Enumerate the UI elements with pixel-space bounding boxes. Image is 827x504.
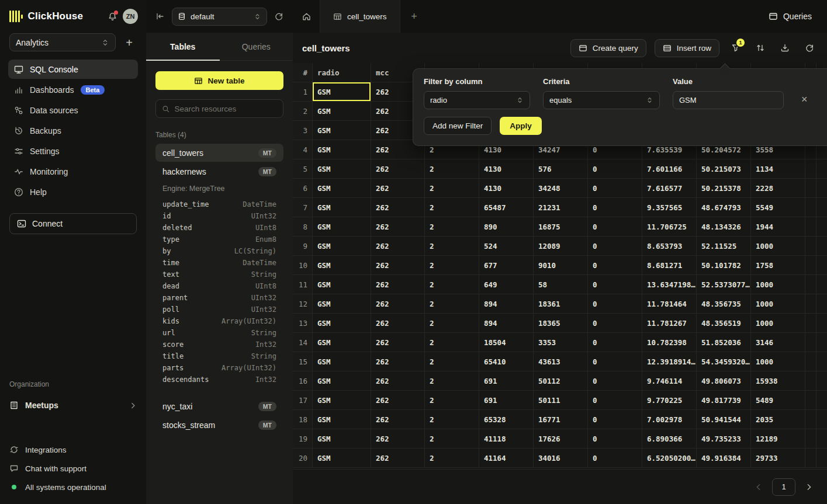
cell[interactable]: 49.735233 bbox=[697, 429, 751, 448]
cell[interactable]: 0 bbox=[588, 449, 642, 467]
cell[interactable]: GSM bbox=[313, 352, 371, 371]
tab-tables[interactable]: Tables bbox=[146, 33, 220, 60]
filter-value-input[interactable] bbox=[673, 91, 784, 109]
cell[interactable]: 50.101782 bbox=[697, 256, 751, 274]
cell[interactable]: 524 bbox=[479, 237, 534, 255]
cell[interactable]: 262 bbox=[371, 198, 425, 217]
cell[interactable]: 0 bbox=[588, 198, 642, 217]
cell[interactable]: 15938 bbox=[751, 371, 805, 390]
cell[interactable]: 0 bbox=[588, 352, 642, 371]
cell[interactable]: 48.674793 bbox=[697, 198, 751, 217]
cell[interactable]: 4130 bbox=[479, 159, 534, 178]
cell[interactable]: 50.215073 bbox=[697, 159, 751, 178]
cell[interactable]: 262 bbox=[371, 333, 425, 352]
cell[interactable]: GSM bbox=[313, 237, 371, 255]
cell[interactable]: 12189 bbox=[751, 429, 805, 448]
cell[interactable]: 41118 bbox=[479, 429, 534, 448]
cell[interactable]: 2035 bbox=[751, 410, 805, 429]
sidebar-item-sql-console[interactable]: SQL Console bbox=[8, 60, 138, 79]
add-workspace-button[interactable]: + bbox=[122, 35, 137, 50]
cell[interactable]: 0 bbox=[588, 179, 642, 197]
notifications-bell-icon[interactable] bbox=[108, 12, 117, 22]
cell[interactable]: GSM bbox=[313, 140, 371, 159]
cell[interactable]: 1000 bbox=[751, 294, 805, 313]
cell[interactable]: 1134 bbox=[751, 159, 805, 178]
cell[interactable]: 691 bbox=[479, 391, 534, 409]
cell[interactable]: GSM bbox=[313, 275, 371, 294]
cell[interactable]: 3353 bbox=[534, 333, 588, 352]
cell[interactable]: 262 bbox=[371, 179, 425, 197]
cell[interactable]: 262 bbox=[371, 294, 425, 313]
cell[interactable]: 576 bbox=[534, 159, 588, 178]
cell[interactable]: 0 bbox=[588, 391, 642, 409]
tab-queries[interactable]: Queries bbox=[220, 33, 293, 60]
cell[interactable]: 2 bbox=[425, 449, 479, 467]
filter-criteria-select[interactable]: equals bbox=[543, 91, 660, 109]
cell[interactable]: 2228 bbox=[751, 179, 805, 197]
sidebar-item-dashboards[interactable]: DashboardsBeta bbox=[8, 80, 138, 99]
cell[interactable]: GSM bbox=[313, 256, 371, 274]
cell[interactable]: 894 bbox=[479, 294, 534, 313]
cell[interactable]: 18504 bbox=[479, 333, 534, 352]
cell[interactable]: GSM bbox=[313, 410, 371, 429]
queries-button[interactable]: Queries bbox=[753, 0, 827, 33]
cell[interactable]: 677 bbox=[479, 256, 534, 274]
footer-item-integrations[interactable]: Integrations bbox=[9, 441, 137, 458]
cell[interactable]: 262 bbox=[371, 237, 425, 255]
cell[interactable]: 49.806073 bbox=[697, 371, 751, 390]
cell[interactable]: GSM bbox=[313, 102, 371, 120]
tab-home[interactable] bbox=[293, 0, 320, 33]
cell[interactable]: 10.782398 bbox=[642, 333, 697, 352]
cell[interactable]: 2 bbox=[425, 217, 479, 236]
cell[interactable]: 691 bbox=[479, 371, 534, 390]
sort-icon-button[interactable] bbox=[752, 40, 769, 56]
cell[interactable]: 0 bbox=[588, 275, 642, 294]
cell[interactable]: 17626 bbox=[534, 429, 588, 448]
table-item-cell-towers[interactable]: cell_towersMT bbox=[155, 144, 283, 162]
cell[interactable]: 16875 bbox=[534, 217, 588, 236]
cell[interactable]: 8.681271 bbox=[642, 256, 697, 274]
cell[interactable]: 2 bbox=[425, 237, 479, 255]
cell[interactable]: 0 bbox=[588, 429, 642, 448]
cell[interactable]: 7.002978 bbox=[642, 410, 697, 429]
cell[interactable]: 50111 bbox=[534, 391, 588, 409]
column-header-radio[interactable]: radio bbox=[313, 63, 371, 82]
apply-filter-button[interactable]: Apply bbox=[500, 117, 542, 135]
table-item-nyc-taxi[interactable]: nyc_taxiMT bbox=[155, 397, 283, 415]
cell[interactable]: 262 bbox=[371, 256, 425, 274]
cell[interactable]: 21231 bbox=[534, 198, 588, 217]
cell[interactable]: 2 bbox=[425, 410, 479, 429]
cell[interactable]: 1944 bbox=[751, 217, 805, 236]
cell[interactable]: 262 bbox=[371, 429, 425, 448]
cell[interactable]: 65487 bbox=[479, 198, 534, 217]
filter-column-select[interactable]: radio bbox=[424, 91, 530, 109]
cell[interactable]: 2 bbox=[425, 333, 479, 352]
cell[interactable]: 2 bbox=[425, 391, 479, 409]
cell[interactable]: 9.770225 bbox=[642, 391, 697, 409]
cell[interactable]: 7.616577 bbox=[642, 179, 697, 197]
cell[interactable]: 65328 bbox=[479, 410, 534, 429]
cell[interactable]: 1758 bbox=[751, 256, 805, 274]
cell[interactable]: GSM bbox=[313, 371, 371, 390]
sidebar-item-meetups[interactable]: Meetups bbox=[9, 397, 137, 414]
workspace-selector[interactable]: Analytics bbox=[9, 33, 116, 51]
cell[interactable]: 11.706725 bbox=[642, 217, 697, 236]
table-item-hackernews[interactable]: hackernewsMT bbox=[155, 162, 283, 180]
cell[interactable]: 1000 bbox=[751, 352, 805, 371]
cell[interactable]: 2 bbox=[425, 198, 479, 217]
cell[interactable]: GSM bbox=[313, 333, 371, 352]
cell[interactable]: 262 bbox=[371, 449, 425, 467]
cell[interactable]: 12089 bbox=[534, 237, 588, 255]
cell[interactable]: 2 bbox=[425, 179, 479, 197]
cell[interactable]: 41164 bbox=[479, 449, 534, 467]
cell[interactable]: GSM bbox=[313, 314, 371, 332]
cell[interactable]: 2 bbox=[425, 429, 479, 448]
download-icon-button[interactable] bbox=[777, 40, 793, 56]
cell[interactable]: GSM bbox=[313, 159, 371, 178]
cell[interactable]: GSM bbox=[313, 217, 371, 236]
cell[interactable]: 0 bbox=[588, 314, 642, 332]
cell[interactable]: 1000 bbox=[751, 314, 805, 332]
cell[interactable]: GSM bbox=[313, 121, 371, 140]
insert-row-button[interactable]: Insert row bbox=[655, 39, 719, 57]
new-table-button[interactable]: New table bbox=[155, 71, 283, 90]
